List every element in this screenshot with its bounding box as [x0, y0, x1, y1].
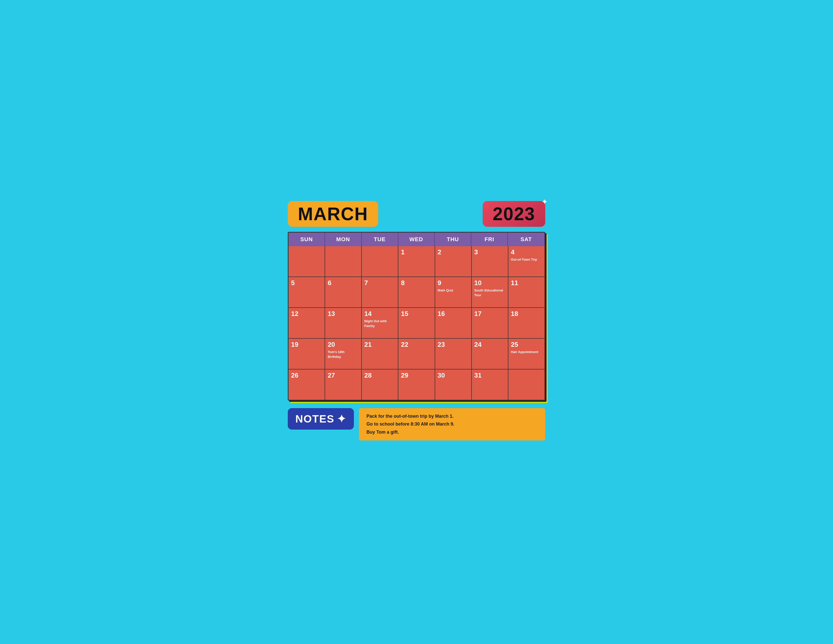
day-number: 16: [438, 310, 469, 318]
day-cell: 3: [472, 246, 508, 277]
day-cell: [288, 246, 325, 277]
day-cell: 28: [362, 369, 398, 400]
year-label: 2023: [493, 204, 535, 224]
day-cell: 29: [398, 369, 434, 400]
day-cell: 15: [398, 308, 434, 338]
day-header-sun: SUN: [288, 233, 325, 246]
day-cell: [508, 369, 545, 400]
day-event: Out-of-Town Trip: [511, 258, 537, 261]
page-container: MARCH 2023 ✦ SUNMONTUEWEDTHUFRISAT 1234O…: [278, 193, 555, 451]
day-cell: 2: [435, 246, 471, 277]
calendar-wrapper: SUNMONTUEWEDTHUFRISAT 1234Out-of-Town Tr…: [288, 232, 545, 401]
day-cell: 22: [398, 339, 434, 369]
day-number: 3: [474, 248, 505, 256]
calendar: SUNMONTUEWEDTHUFRISAT 1234Out-of-Town Tr…: [288, 232, 545, 401]
day-number: 22: [401, 341, 432, 349]
day-number: 18: [511, 310, 542, 318]
year-badge-wrapper: 2023 ✦: [482, 201, 545, 227]
day-number: 8: [401, 279, 432, 287]
notes-label: NOTES: [295, 413, 334, 425]
day-cell: 1: [398, 246, 434, 277]
month-label: MARCH: [298, 204, 368, 224]
day-header-wed: WED: [398, 233, 435, 246]
day-cell: 21: [362, 339, 398, 369]
day-cell: 5: [288, 277, 325, 308]
day-cell: 27: [325, 369, 361, 400]
note-item-1: Pack for the out-of-town trip by March 1…: [367, 413, 538, 420]
day-cell: 17: [472, 308, 508, 338]
notes-badge-wrapper: NOTES ✦: [288, 408, 354, 440]
day-number: 25: [511, 341, 542, 349]
day-cell: 18: [508, 308, 545, 338]
day-cell: 30: [435, 369, 471, 400]
day-header-mon: MON: [325, 233, 362, 246]
day-number: 7: [364, 279, 395, 287]
day-number: 1: [401, 248, 432, 256]
day-cell: 8: [398, 277, 434, 308]
day-header-sat: SAT: [508, 233, 545, 246]
day-cell: 14Night Out with Family: [362, 308, 398, 338]
day-number: 19: [291, 341, 322, 349]
year-badge: 2023: [482, 201, 545, 227]
day-number: 24: [474, 341, 505, 349]
day-number: 5: [291, 279, 322, 287]
day-cell: 31: [472, 369, 508, 400]
day-number: 15: [401, 310, 432, 318]
note-item-3: Buy Tom a gift.: [367, 429, 538, 435]
day-cell: 24: [472, 339, 508, 369]
day-cell: 6: [325, 277, 361, 308]
notes-badge: NOTES ✦: [288, 408, 354, 430]
day-cell: 11: [508, 277, 545, 308]
day-event: Math Quiz: [438, 288, 453, 292]
notes-section: NOTES ✦ Pack for the out-of-town trip by…: [288, 408, 545, 440]
day-number: 28: [364, 372, 395, 379]
day-cell: [325, 246, 361, 277]
day-number: 12: [291, 310, 322, 318]
day-number: 2: [438, 248, 469, 256]
day-cell: 13: [325, 308, 361, 338]
day-number: 11: [511, 279, 542, 287]
sparkle-icon: ✦: [542, 197, 548, 206]
day-cell: 4Out-of-Town Trip: [508, 246, 545, 277]
day-event: South Educational Tour: [474, 288, 503, 297]
day-event: Tom's 18th Birthday: [328, 350, 344, 359]
day-number: 27: [328, 372, 359, 379]
day-number: 13: [328, 310, 359, 318]
note-item-2: Go to school before 8:30 AM on March 9.: [367, 421, 538, 427]
calendar-grid: 1234Out-of-Town Trip56789Math Quiz10Sout…: [288, 246, 545, 400]
day-number: 31: [474, 372, 505, 379]
day-number: 6: [328, 279, 359, 287]
day-cell: 26: [288, 369, 325, 400]
day-event: Hair Appointment: [511, 350, 539, 354]
notes-content: Pack for the out-of-town trip by March 1…: [359, 408, 545, 440]
day-number: 4: [511, 248, 542, 256]
day-number: 17: [474, 310, 505, 318]
day-cell: [362, 246, 398, 277]
day-number: 21: [364, 341, 395, 349]
day-headers: SUNMONTUEWEDTHUFRISAT: [288, 233, 545, 246]
day-number: 26: [291, 372, 322, 379]
day-header-thu: THU: [435, 233, 471, 246]
notes-sparkle-icon: ✦: [337, 413, 346, 425]
day-cell: 7: [362, 277, 398, 308]
day-cell: 16: [435, 308, 471, 338]
day-cell: 25Hair Appointment: [508, 339, 545, 369]
calendar-header: MARCH 2023 ✦: [288, 201, 545, 227]
month-badge: MARCH: [288, 201, 378, 227]
day-cell: 20Tom's 18th Birthday: [325, 339, 361, 369]
day-cell: 10South Educational Tour: [472, 277, 508, 308]
day-number: 14: [364, 310, 395, 318]
day-header-tue: TUE: [362, 233, 398, 246]
day-header-fri: FRI: [471, 233, 508, 246]
day-number: 20: [328, 341, 359, 349]
day-number: 29: [401, 372, 432, 379]
day-cell: 19: [288, 339, 325, 369]
day-event: Night Out with Family: [364, 319, 387, 328]
day-number: 30: [438, 372, 469, 379]
day-number: 23: [438, 341, 469, 349]
day-number: 10: [474, 279, 505, 287]
day-number: 9: [438, 279, 469, 287]
day-cell: 23: [435, 339, 471, 369]
day-cell: 9Math Quiz: [435, 277, 471, 308]
day-cell: 12: [288, 308, 325, 338]
